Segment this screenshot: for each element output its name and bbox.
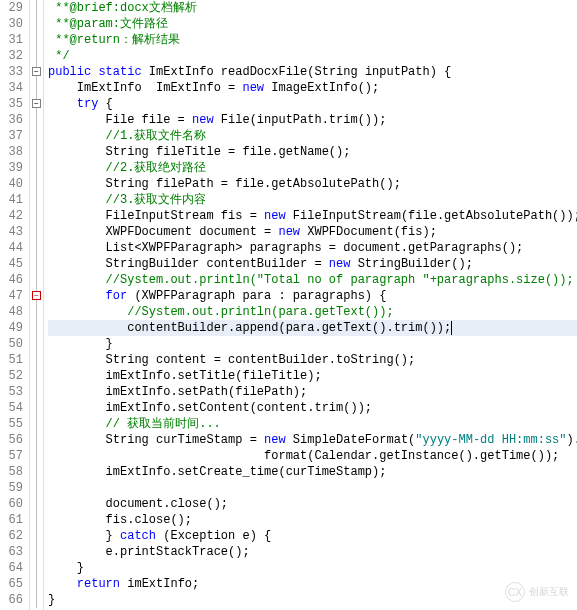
line-number: 35 (0, 96, 25, 112)
code-line[interactable]: // 获取当前时间... (48, 416, 577, 432)
line-number: 32 (0, 48, 25, 64)
line-number: 56 (0, 432, 25, 448)
code-line[interactable]: format(Calendar.getInstance().getTime())… (48, 448, 577, 464)
line-number: 59 (0, 480, 25, 496)
line-number: 42 (0, 208, 25, 224)
code-editor[interactable]: 2930313233343536373839404142434445464748… (0, 0, 577, 610)
line-number: 44 (0, 240, 25, 256)
code-line[interactable]: } (48, 560, 577, 576)
line-number: 39 (0, 160, 25, 176)
line-number-gutter: 2930313233343536373839404142434445464748… (0, 0, 30, 610)
line-number: 29 (0, 0, 25, 16)
line-number: 61 (0, 512, 25, 528)
code-line[interactable]: FileInputStream fis = new FileInputStrea… (48, 208, 577, 224)
fold-toggle-icon[interactable]: − (32, 291, 41, 300)
line-number: 48 (0, 304, 25, 320)
code-line[interactable]: imExtInfo.setCreate_time(curTimeStamp); (48, 464, 577, 480)
code-line[interactable]: File file = new File(inputPath.trim()); (48, 112, 577, 128)
line-number: 45 (0, 256, 25, 272)
line-number: 64 (0, 560, 25, 576)
code-line[interactable]: //1.获取文件名称 (48, 128, 577, 144)
code-line[interactable]: public static ImExtInfo readDocxFile(Str… (48, 64, 577, 80)
line-number: 51 (0, 352, 25, 368)
line-number: 34 (0, 80, 25, 96)
code-line[interactable]: try { (48, 96, 577, 112)
line-number: 57 (0, 448, 25, 464)
line-number: 38 (0, 144, 25, 160)
line-number: 54 (0, 400, 25, 416)
text-cursor (451, 321, 452, 335)
code-line[interactable]: String filePath = file.getAbsolutePath()… (48, 176, 577, 192)
fold-toggle-icon[interactable]: − (32, 67, 41, 76)
code-line[interactable]: ImExtInfo ImExtInfo = new ImageExtInfo()… (48, 80, 577, 96)
code-line[interactable]: String content = contentBuilder.toString… (48, 352, 577, 368)
code-line[interactable]: XWPFDocument document = new XWPFDocument… (48, 224, 577, 240)
code-line[interactable]: } catch (Exception e) { (48, 528, 577, 544)
code-line[interactable]: StringBuilder contentBuilder = new Strin… (48, 256, 577, 272)
code-line[interactable]: //System.out.println("Total no of paragr… (48, 272, 577, 288)
code-line[interactable]: for (XWPFParagraph para : paragraphs) { (48, 288, 577, 304)
code-line[interactable]: } (48, 592, 577, 608)
code-line[interactable]: //2.获取绝对路径 (48, 160, 577, 176)
line-number: 31 (0, 32, 25, 48)
code-line[interactable] (48, 480, 577, 496)
code-line[interactable]: //System.out.println(para.getText()); (48, 304, 577, 320)
line-number: 46 (0, 272, 25, 288)
code-line[interactable]: **@param:文件路径 (48, 16, 577, 32)
line-number: 40 (0, 176, 25, 192)
line-number: 37 (0, 128, 25, 144)
line-number: 60 (0, 496, 25, 512)
code-line[interactable]: contentBuilder.append(para.getText().tri… (48, 320, 577, 336)
line-number: 43 (0, 224, 25, 240)
line-number: 49 (0, 320, 25, 336)
line-number: 53 (0, 384, 25, 400)
code-line[interactable]: List<XWPFParagraph> paragraphs = documen… (48, 240, 577, 256)
code-line[interactable]: String curTimeStamp = new SimpleDateForm… (48, 432, 577, 448)
line-number: 65 (0, 576, 25, 592)
fold-gutter: −−− (30, 0, 44, 610)
code-line[interactable]: //3.获取文件内容 (48, 192, 577, 208)
line-number: 50 (0, 336, 25, 352)
code-line[interactable]: return imExtInfo; (48, 576, 577, 592)
code-line[interactable]: imExtInfo.setPath(filePath); (48, 384, 577, 400)
line-number: 62 (0, 528, 25, 544)
code-area[interactable]: **@brief:docx文档解析 **@param:文件路径 **@retur… (44, 0, 577, 610)
line-number: 41 (0, 192, 25, 208)
line-number: 55 (0, 416, 25, 432)
code-line[interactable]: fis.close(); (48, 512, 577, 528)
line-number: 52 (0, 368, 25, 384)
line-number: 33 (0, 64, 25, 80)
code-line[interactable]: String fileTitle = file.getName(); (48, 144, 577, 160)
line-number: 47 (0, 288, 25, 304)
fold-toggle-icon[interactable]: − (32, 99, 41, 108)
line-number: 63 (0, 544, 25, 560)
line-number: 30 (0, 16, 25, 32)
line-number: 36 (0, 112, 25, 128)
code-line[interactable]: **@return：解析结果 (48, 32, 577, 48)
code-line[interactable]: imExtInfo.setContent(content.trim()); (48, 400, 577, 416)
line-number: 58 (0, 464, 25, 480)
code-line[interactable]: document.close(); (48, 496, 577, 512)
code-line[interactable]: **@brief:docx文档解析 (48, 0, 577, 16)
code-line[interactable]: e.printStackTrace(); (48, 544, 577, 560)
line-number: 66 (0, 592, 25, 608)
code-line[interactable]: */ (48, 48, 577, 64)
code-line[interactable]: imExtInfo.setTitle(fileTitle); (48, 368, 577, 384)
code-line[interactable]: } (48, 336, 577, 352)
